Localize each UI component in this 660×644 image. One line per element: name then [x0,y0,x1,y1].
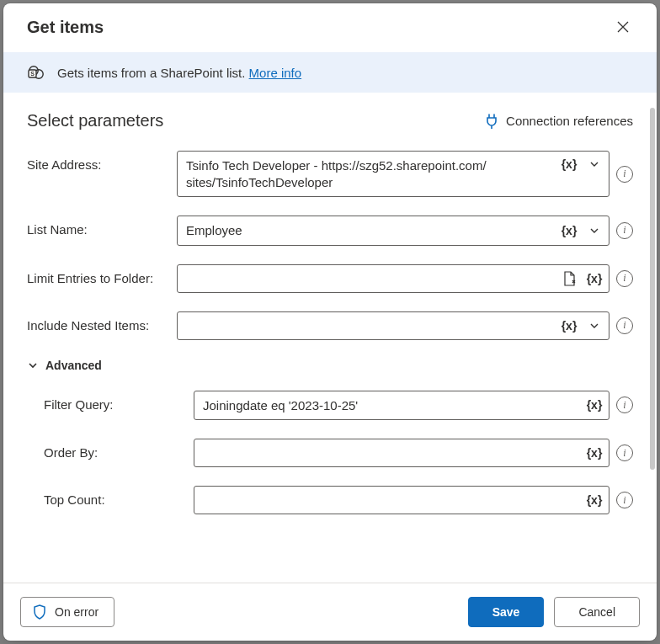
info-icon[interactable]: i [616,166,633,183]
list-name-input[interactable]: Employee {x} [177,216,609,246]
on-error-label: On error [55,605,98,619]
site-address-label: Site Address: [27,151,165,172]
dynamic-content-button[interactable]: {x} [582,440,607,466]
cancel-button[interactable]: Cancel [554,597,640,627]
dynamic-content-button[interactable]: {x} [582,487,607,513]
info-icon[interactable]: i [616,492,633,508]
include-nested-input[interactable]: {x} [177,311,609,340]
order-by-label: Order By: [27,439,182,460]
scrollbar[interactable] [650,108,655,470]
limit-folder-input[interactable]: {x} [177,264,609,293]
filter-query-value: Joiningdate eq '2023-10-25' [194,391,582,420]
close-button[interactable] [609,13,636,40]
dialog-header: Get items [3,3,657,52]
include-nested-value [178,312,556,339]
shield-icon [33,604,46,620]
dynamic-content-button[interactable]: {x} [582,266,607,291]
chevron-down-icon [589,226,599,236]
info-icon[interactable]: i [616,222,633,239]
dropdown-button-list-name[interactable] [582,218,607,243]
chevron-down-icon [589,159,599,169]
dialog-body: Select parameters Connection references … [3,93,657,583]
save-button[interactable]: Save [468,597,545,627]
info-icon[interactable]: i [616,270,633,287]
filter-query-input[interactable]: Joiningdate eq '2023-10-25' {x} [194,391,609,421]
dialog-panel: Get items S Gets items from a SharePoint… [3,3,657,641]
plug-icon [486,114,498,129]
advanced-label: Advanced [45,359,102,372]
top-count-value [194,487,582,514]
folder-picker-button[interactable] [556,266,582,291]
advanced-toggle[interactable]: Advanced [27,359,633,372]
filter-query-label: Filter Query: [27,391,182,412]
order-by-input[interactable]: {x} [194,439,609,467]
list-name-value: Employee [178,216,556,245]
dynamic-content-button[interactable]: {x} [556,218,582,243]
order-by-value [194,439,582,466]
info-icon[interactable]: i [616,444,633,461]
section-title: Select parameters [27,111,163,130]
sharepoint-icon: S [27,64,45,81]
close-icon [617,21,629,33]
site-address-value: Tsinfo Tech Developer - https://szg52.sh… [178,152,556,196]
list-name-label: List Name: [27,216,165,237]
dialog-footer: On error Save Cancel [3,583,657,641]
connection-references-label: Connection references [506,114,633,128]
chevron-down-icon [27,359,39,371]
info-text: Gets items from a SharePoint list. More … [57,66,301,80]
on-error-button[interactable]: On error [20,597,114,627]
dynamic-content-button[interactable]: {x} [556,313,582,338]
more-info-link[interactable]: More info [249,66,302,80]
info-icon[interactable]: i [616,397,633,413]
site-address-input[interactable]: Tsinfo Tech Developer - https://szg52.sh… [177,151,609,197]
connection-references-link[interactable]: Connection references [486,114,633,129]
top-count-label: Top Count: [27,486,182,507]
include-nested-label: Include Nested Items: [27,311,165,333]
info-strip: S Gets items from a SharePoint list. Mor… [3,52,657,93]
dialog-title: Get items [27,18,104,37]
chevron-down-icon [589,321,599,331]
dropdown-button-site-address[interactable] [582,152,607,177]
top-count-input[interactable]: {x} [194,486,609,514]
svg-text:S: S [30,71,35,77]
limit-folder-value [178,265,556,292]
info-icon[interactable]: i [616,317,633,334]
dynamic-content-button[interactable]: {x} [582,392,607,418]
dropdown-button-include-nested[interactable] [582,313,607,338]
dynamic-content-button[interactable]: {x} [556,152,582,177]
limit-folder-label: Limit Entries to Folder: [27,264,165,285]
file-picker-icon [562,271,576,286]
